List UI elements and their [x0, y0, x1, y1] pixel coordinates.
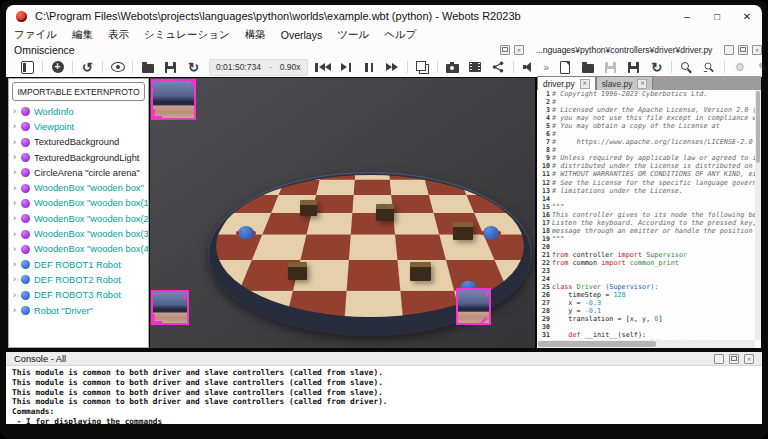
expand-chevron-icon[interactable]: ›	[13, 245, 21, 254]
tree-node-row[interactable]: ›DEF ROBOT2 Robot	[9, 272, 148, 287]
rewind-button[interactable]	[312, 59, 335, 75]
dock-close-icon[interactable]: ✕	[514, 45, 524, 55]
wooden-box[interactable]	[453, 222, 473, 240]
wooden-box[interactable]	[410, 262, 431, 281]
editor-revert-button[interactable]: ↻	[645, 59, 668, 75]
overlay-resize-fold[interactable]	[188, 80, 195, 87]
expand-chevron-icon[interactable]: ›	[13, 214, 21, 223]
menu-item[interactable]: ファイル	[14, 28, 57, 42]
tree-node-row[interactable]: ›Robot "Driver"	[9, 303, 148, 318]
editor-dock-float-icon[interactable]	[738, 45, 748, 55]
menu-item[interactable]: ヘルプ	[384, 28, 416, 42]
minimize-button[interactable]: –	[672, 5, 702, 27]
importable-externproto-button[interactable]: IMPORTABLE EXTERNPROTO	[12, 82, 145, 101]
scrollbar-thumb[interactable]	[756, 91, 760, 163]
simulation-3d-view[interactable]: ✕ ✕	[150, 78, 535, 348]
editor-dock-close-icon[interactable]: ✕	[752, 45, 762, 55]
tree-node-row[interactable]: ›DEF ROBOT3 Robot	[9, 288, 148, 303]
toggle-scene-tree-button[interactable]	[16, 59, 39, 75]
editor-tab[interactable]: driver.py✕	[537, 76, 596, 90]
expand-chevron-icon[interactable]: ›	[13, 138, 21, 147]
tree-node-row[interactable]: ›WoodenBox "wooden box(2)"	[9, 211, 148, 226]
robot-blue[interactable]	[483, 226, 499, 239]
viewpoint-button[interactable]	[106, 59, 129, 75]
expand-chevron-icon[interactable]: ›	[13, 184, 21, 193]
wooden-box[interactable]	[300, 200, 317, 216]
reload-world-button[interactable]: ↻	[182, 59, 205, 75]
reset-simulation-button[interactable]: ↺	[76, 59, 99, 75]
screenshot-button[interactable]	[441, 59, 464, 75]
overlay-close-icon[interactable]: ✕	[482, 291, 488, 298]
tab-close-icon[interactable]: ✕	[637, 79, 647, 89]
expand-chevron-icon[interactable]: ›	[13, 306, 21, 315]
expand-chevron-icon[interactable]: ›	[13, 275, 21, 284]
overlay-resize-handle[interactable]	[480, 317, 488, 325]
editor-vertical-scrollbar[interactable]	[755, 90, 761, 340]
tab-close-icon[interactable]: ✕	[580, 79, 590, 89]
expand-chevron-icon[interactable]: ›	[13, 260, 21, 269]
editor-preferences-button[interactable]: ⚙	[728, 59, 751, 75]
toolbar-overflow-icon[interactable]: »	[544, 62, 550, 73]
menu-item[interactable]: 構築	[245, 28, 266, 42]
movie-record-button[interactable]	[464, 59, 487, 75]
overlay-corner-handle[interactable]	[152, 314, 162, 324]
menu-item[interactable]: ツール	[337, 28, 369, 42]
expand-chevron-icon[interactable]: ›	[13, 230, 21, 239]
editor-find-button[interactable]	[675, 59, 698, 75]
maximize-button[interactable]: □	[702, 5, 732, 27]
pause-button[interactable]	[358, 59, 381, 75]
console-float-icon[interactable]	[729, 354, 739, 364]
console-output[interactable]: This module is common to both driver and…	[6, 366, 762, 424]
menu-item[interactable]: Overlays	[281, 29, 322, 41]
close-button[interactable]: ✕	[732, 5, 762, 27]
editor-edit-button[interactable]: ✎	[751, 59, 768, 75]
menu-item[interactable]: 編集	[72, 28, 93, 42]
tree-node-row[interactable]: ›TexturedBackground	[9, 135, 148, 150]
tree-node-row[interactable]: ›WorldInfo	[9, 104, 148, 119]
overlay-close-icon[interactable]: ✕	[180, 293, 186, 300]
wooden-box[interactable]	[376, 204, 394, 221]
title-bar[interactable]: C:\Program Files\Webots\projects\languag…	[6, 5, 762, 27]
camera-overlay-top-left[interactable]	[151, 79, 196, 120]
expand-chevron-icon[interactable]: ›	[13, 107, 21, 116]
add-node-button[interactable]: +	[46, 59, 69, 75]
save-world-button[interactable]	[159, 59, 182, 75]
editor-horizontal-scrollbar[interactable]	[537, 340, 755, 348]
editor-tab[interactable]: slave.py✕	[596, 76, 654, 90]
expand-chevron-icon[interactable]: ›	[13, 122, 21, 131]
share-button[interactable]	[487, 59, 510, 75]
expand-chevron-icon[interactable]: ›	[13, 199, 21, 208]
code-area[interactable]: 1# Copyright 1996-2023 Cyberbotics Ltd.2…	[537, 90, 761, 340]
menu-item[interactable]: 表示	[108, 28, 129, 42]
editor-open-file-button[interactable]	[576, 59, 599, 75]
camera-overlay-bottom-left[interactable]: ✕	[151, 290, 189, 325]
console-close-icon[interactable]: ✕	[744, 354, 754, 364]
expand-chevron-icon[interactable]: ›	[13, 153, 21, 162]
fast-forward-button[interactable]	[381, 59, 404, 75]
editor-save-as-button[interactable]	[622, 59, 645, 75]
camera-overlay-bottom-right[interactable]: ✕	[456, 288, 491, 325]
expand-chevron-icon[interactable]: ›	[13, 168, 21, 177]
robot-blue[interactable]	[238, 226, 254, 239]
sound-button[interactable]	[517, 59, 540, 75]
console-minimize-icon[interactable]	[714, 354, 724, 364]
scrollbar-thumb[interactable]	[538, 341, 656, 347]
editor-new-file-button[interactable]	[553, 59, 576, 75]
menu-item[interactable]: シミュレーション	[144, 28, 230, 42]
tree-node-row[interactable]: ›WoodenBox "wooden box"	[9, 180, 148, 195]
editor-find-replace-button[interactable]	[698, 59, 721, 75]
tree-node-row[interactable]: ›WoodenBox "wooden box(4)"	[9, 242, 148, 257]
tree-node-row[interactable]: ›WoodenBox "wooden box(1)"	[9, 196, 148, 211]
tree-node-row[interactable]: ›TexturedBackgroundLight	[9, 150, 148, 165]
open-world-button[interactable]	[136, 59, 159, 75]
tree-node-row[interactable]: ›Viewpoint	[9, 119, 148, 134]
dock-restore-icon[interactable]	[500, 45, 510, 55]
overlay-corner-handle[interactable]	[152, 109, 162, 119]
editor-save-button[interactable]	[599, 59, 622, 75]
rendering-button[interactable]	[411, 59, 434, 75]
editor-dock-minimize-icon[interactable]	[724, 45, 734, 55]
tree-node-row[interactable]: ›WoodenBox "wooden box(3)"	[9, 226, 148, 241]
step-button[interactable]	[335, 59, 358, 75]
tree-node-row[interactable]: ›DEF ROBOT1 Robot	[9, 257, 148, 272]
expand-chevron-icon[interactable]: ›	[13, 291, 21, 300]
